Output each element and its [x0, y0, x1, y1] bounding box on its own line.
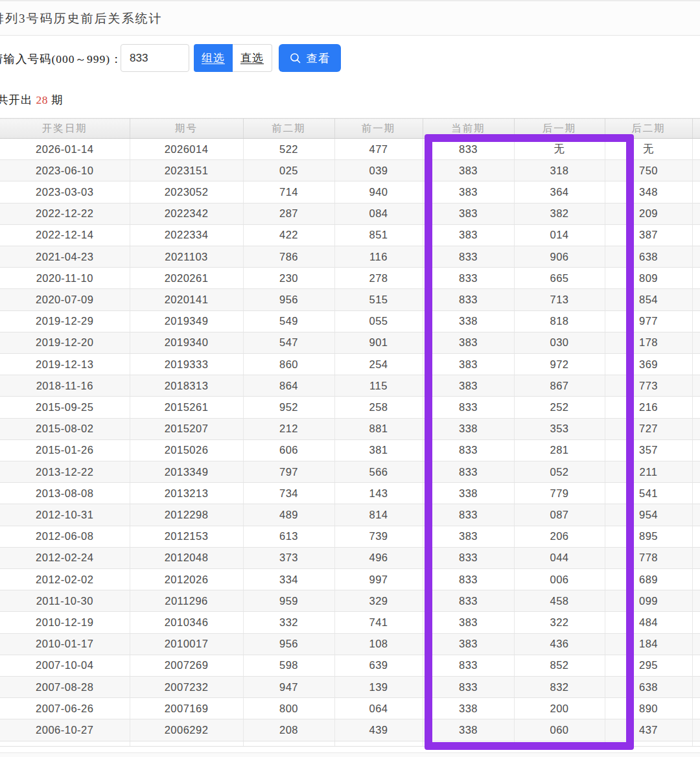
table-cell: 2020-11-10	[0, 268, 130, 289]
table-cell: 2007169	[130, 698, 243, 719]
table-cell: 383	[423, 160, 514, 181]
table-cell: 2021-04-23	[0, 246, 130, 268]
table-cell: 206	[514, 526, 605, 547]
table-cell: 2012048	[130, 547, 243, 568]
table-cell: 906	[514, 246, 605, 268]
table-cell	[692, 203, 700, 224]
table-cell: 972	[514, 354, 605, 375]
table-cell: 2012153	[130, 526, 243, 547]
table-cell: 422	[243, 224, 334, 246]
table-cell: 无	[605, 139, 692, 160]
table-cell: 2015-09-25	[0, 397, 130, 418]
table-cell	[692, 332, 700, 353]
table-cell: 2012-10-31	[0, 504, 130, 526]
table-cell: 2013-08-08	[0, 483, 130, 504]
table-cell: 833	[423, 268, 514, 289]
table-cell: 060	[514, 719, 605, 741]
table-cell: 566	[334, 461, 423, 483]
table-row: 2015-09-252015261952258833252216	[0, 397, 700, 418]
table-cell: 2015026	[130, 439, 243, 461]
table-cell: 014	[514, 224, 605, 246]
search-button[interactable]: 查看	[279, 44, 341, 72]
table-header-row: 开奖日期期号前二期前一期当前期后一期后二期	[0, 119, 700, 139]
table-row: 2021-04-232021103786116833906638	[0, 246, 700, 268]
table-cell	[692, 139, 700, 160]
table-cell: 338	[423, 483, 514, 504]
table-cell	[692, 224, 700, 246]
table-cell: 2013349	[130, 461, 243, 483]
table-header: 开奖日期期号前二期前一期当前期后一期后二期	[0, 119, 700, 139]
table-cell: 2007-06-26	[0, 698, 130, 719]
table-cell: 364	[514, 181, 605, 203]
table-cell: 833	[423, 397, 514, 418]
table-cell: 353	[514, 418, 605, 439]
table-cell: 216	[605, 397, 692, 418]
table-cell: 278	[334, 268, 423, 289]
table-cell: 322	[514, 612, 605, 633]
table-cell: 854	[605, 289, 692, 310]
table-cell: 477	[334, 139, 423, 160]
draw-count-prefix: 共开出	[0, 93, 33, 106]
table-cell: 895	[605, 526, 692, 547]
table-cell: 833	[423, 655, 514, 676]
table-row: 2007-10-042007269598639833852295	[0, 655, 700, 676]
table-cell: 890	[605, 698, 692, 719]
table-cell: 084	[334, 203, 423, 224]
table-cell: 329	[334, 590, 423, 612]
table-row: 2013-12-222013349797566833052211	[0, 461, 700, 483]
table-footer-cell	[423, 741, 514, 746]
number-input-label: 请输入号码(000～999)：	[0, 51, 122, 67]
table-cell: 209	[605, 203, 692, 224]
table-cell: 2012-02-02	[0, 569, 130, 590]
table-cell: 139	[334, 677, 423, 698]
table-row: 2012-02-022012026334997833006689	[0, 569, 700, 590]
table-cell: 383	[423, 224, 514, 246]
table-cell: 382	[514, 203, 605, 224]
table-cell: 338	[423, 418, 514, 439]
table-cell: 2007232	[130, 677, 243, 698]
table-row: 2022-12-222022342287084383382209	[0, 203, 700, 224]
draw-count-suffix: 期	[51, 93, 64, 106]
table-cell: 2019-12-13	[0, 354, 130, 375]
table-cell	[692, 289, 700, 310]
search-icon	[290, 52, 301, 64]
group-select-button[interactable]: 组选	[194, 44, 233, 72]
table-cell: 778	[605, 547, 692, 568]
number-input[interactable]	[121, 44, 189, 72]
table-cell: 2010-01-17	[0, 633, 130, 655]
table-row: 2023-03-032023052714940383364348	[0, 181, 700, 203]
table-body: 2026-01-142026014522477833无无2023-06-1020…	[0, 139, 700, 741]
table-cell: 638	[605, 246, 692, 268]
table-footer-cell	[334, 741, 423, 746]
table-cell: 779	[514, 483, 605, 504]
table-cell: 833	[423, 439, 514, 461]
table-cell: 773	[605, 375, 692, 397]
table-cell	[692, 461, 700, 483]
table-row: 2019-12-132019333860254383972369	[0, 354, 700, 375]
table-cell: 258	[334, 397, 423, 418]
table-cell: 2015207	[130, 418, 243, 439]
table-row: 2020-07-092020141956515833713854	[0, 289, 700, 310]
table-cell: 2010017	[130, 633, 243, 655]
table-cell: 2011296	[130, 590, 243, 612]
table-cell: 383	[423, 332, 514, 353]
direct-select-button[interactable]: 直选	[233, 44, 272, 72]
table-cell: 436	[514, 633, 605, 655]
table-cell: 2018-11-16	[0, 375, 130, 397]
table-cell: 2022342	[130, 203, 243, 224]
table-cell: 947	[243, 677, 334, 698]
table-cell: 2006-10-27	[0, 719, 130, 741]
table-cell: 833	[423, 246, 514, 268]
table-cell: 025	[243, 160, 334, 181]
table-cell	[692, 719, 700, 741]
table-cell: 044	[514, 547, 605, 568]
table-cell: 541	[605, 483, 692, 504]
table-cell: 2020-07-09	[0, 289, 130, 310]
table-footer-cell	[130, 741, 243, 746]
table-row: 2026-01-142026014522477833无无	[0, 139, 700, 160]
table-cell: 727	[605, 418, 692, 439]
table-cell: 549	[243, 310, 334, 332]
table-cell: 952	[243, 397, 334, 418]
table-row: 2018-11-162018313864115383867773	[0, 375, 700, 397]
table-row: 2012-02-242012048373496833044778	[0, 547, 700, 568]
